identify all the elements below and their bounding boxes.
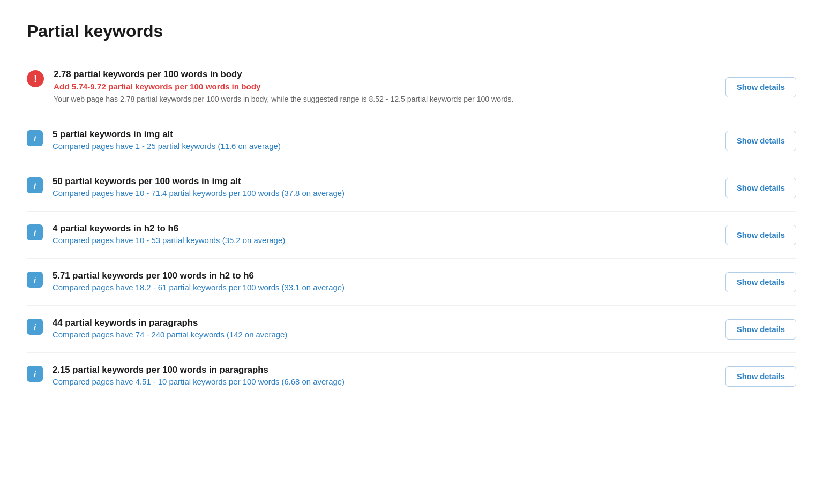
page-title: Partial keywords bbox=[27, 21, 796, 41]
list-item: i 5.71 partial keywords per 100 words in… bbox=[27, 259, 796, 306]
item-left: i 4 partial keywords in h2 to h6 Compare… bbox=[27, 223, 715, 246]
list-item: i 2.15 partial keywords per 100 words in… bbox=[27, 353, 796, 400]
icon-wrap: i bbox=[27, 272, 43, 288]
item-title: 2.78 partial keywords per 100 words in b… bbox=[54, 69, 715, 80]
icon-wrap: i bbox=[27, 177, 43, 193]
show-details-button[interactable]: Show details bbox=[725, 366, 796, 387]
info-icon: i bbox=[27, 272, 43, 288]
list-item: i 44 partial keywords in paragraphs Comp… bbox=[27, 306, 796, 353]
item-title: 5.71 partial keywords per 100 words in h… bbox=[53, 270, 715, 281]
show-details-button[interactable]: Show details bbox=[725, 131, 796, 151]
item-subtitle: Compared pages have 4.51 - 10 partial ke… bbox=[53, 378, 715, 386]
error-icon: ! bbox=[27, 70, 44, 87]
list-item: ! 2.78 partial keywords per 100 words in… bbox=[27, 57, 796, 117]
item-left: i 2.15 partial keywords per 100 words in… bbox=[27, 365, 715, 388]
item-content: 44 partial keywords in paragraphs Compar… bbox=[53, 318, 715, 341]
item-left: ! 2.78 partial keywords per 100 words in… bbox=[27, 69, 715, 105]
items-list: ! 2.78 partial keywords per 100 words in… bbox=[27, 57, 796, 400]
item-title: 2.15 partial keywords per 100 words in p… bbox=[53, 365, 715, 375]
item-title: 5 partial keywords in img alt bbox=[53, 129, 715, 140]
item-content: 5 partial keywords in img alt Compared p… bbox=[53, 129, 715, 152]
info-icon: i bbox=[27, 319, 43, 335]
item-subtitle: Compared pages have 74 - 240 partial key… bbox=[53, 330, 715, 339]
item-description: Your web page has 2.78 partial keywords … bbox=[54, 94, 715, 105]
info-icon: i bbox=[27, 130, 43, 146]
item-content: 2.78 partial keywords per 100 words in b… bbox=[54, 69, 715, 105]
item-left: i 50 partial keywords per 100 words in i… bbox=[27, 176, 715, 199]
item-subtitle: Compared pages have 10 - 71.4 partial ke… bbox=[53, 189, 715, 198]
icon-wrap: i bbox=[27, 130, 43, 146]
icon-wrap: i bbox=[27, 224, 43, 240]
show-details-button[interactable]: Show details bbox=[725, 77, 796, 97]
item-subtitle: Add 5.74-9.72 partial keywords per 100 w… bbox=[54, 82, 715, 91]
item-left: i 5.71 partial keywords per 100 words in… bbox=[27, 270, 715, 294]
item-content: 4 partial keywords in h2 to h6 Compared … bbox=[53, 223, 715, 246]
item-content: 5.71 partial keywords per 100 words in h… bbox=[53, 270, 715, 294]
item-subtitle: Compared pages have 18.2 - 61 partial ke… bbox=[53, 283, 715, 292]
show-details-button[interactable]: Show details bbox=[725, 225, 796, 245]
item-subtitle: Compared pages have 10 - 53 partial keyw… bbox=[53, 236, 715, 245]
icon-wrap: i bbox=[27, 319, 43, 335]
item-title: 4 partial keywords in h2 to h6 bbox=[53, 223, 715, 234]
item-subtitle: Compared pages have 1 - 25 partial keywo… bbox=[53, 142, 715, 151]
show-details-button[interactable]: Show details bbox=[725, 319, 796, 340]
list-item: i 50 partial keywords per 100 words in i… bbox=[27, 164, 796, 212]
item-content: 50 partial keywords per 100 words in img… bbox=[53, 176, 715, 199]
item-title: 50 partial keywords per 100 words in img… bbox=[53, 176, 715, 187]
show-details-button[interactable]: Show details bbox=[725, 272, 796, 292]
list-item: i 4 partial keywords in h2 to h6 Compare… bbox=[27, 212, 796, 259]
list-item: i 5 partial keywords in img alt Compared… bbox=[27, 117, 796, 164]
item-title: 44 partial keywords in paragraphs bbox=[53, 318, 715, 328]
info-icon: i bbox=[27, 224, 43, 240]
info-icon: i bbox=[27, 177, 43, 193]
item-content: 2.15 partial keywords per 100 words in p… bbox=[53, 365, 715, 388]
icon-wrap: i bbox=[27, 366, 43, 382]
item-left: i 44 partial keywords in paragraphs Comp… bbox=[27, 318, 715, 341]
icon-wrap: ! bbox=[27, 70, 44, 87]
show-details-button[interactable]: Show details bbox=[725, 178, 796, 198]
item-left: i 5 partial keywords in img alt Compared… bbox=[27, 129, 715, 152]
info-icon: i bbox=[27, 366, 43, 382]
